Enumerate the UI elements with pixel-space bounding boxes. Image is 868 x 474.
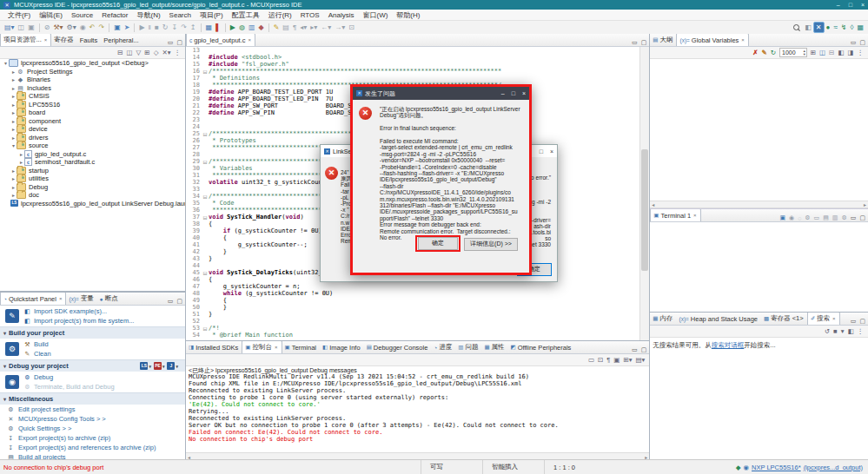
menu-item[interactable]: 编辑(E) xyxy=(35,10,67,20)
quickstart-link[interactable]: Import SDK example(s)... xyxy=(34,307,107,315)
tree-item[interactable]: ▸doc xyxy=(0,191,185,200)
save-all-icon[interactable]: ▣ xyxy=(26,22,36,33)
settings-icon[interactable]: ⚙ xyxy=(805,214,810,221)
console-tab[interactable]: ◨Installed SDKs xyxy=(186,341,242,353)
build-section-header[interactable]: ▾Build your project xyxy=(0,326,185,339)
install-perspective-icon[interactable]: ● xyxy=(825,22,832,33)
tree-item[interactable]: ▸▤Includes xyxy=(0,84,185,93)
terminal-tab[interactable]: ▣Terminal 1× xyxy=(650,209,700,221)
pin-icon[interactable]: ◆ xyxy=(257,22,266,33)
maximize-panel-icon[interactable]: ▢ xyxy=(641,346,647,353)
tree-item[interactable]: ▸⚙Project Settings xyxy=(0,68,185,76)
edit-expression-icon[interactable]: ✎ xyxy=(759,49,768,56)
tree-expand-icon[interactable]: ▸ xyxy=(10,93,17,99)
console-tab[interactable]: ▥问题 xyxy=(455,341,481,353)
tree-expand-icon[interactable]: ▸ xyxy=(10,118,17,124)
prev-result-icon[interactable]: ▾ xyxy=(839,327,846,335)
resume-icon[interactable]: ▶ xyxy=(137,22,146,33)
maximize-icon[interactable]: □ xyxy=(512,90,515,96)
minimize-panel-icon[interactable]: ▭ xyxy=(851,39,857,46)
suspend-icon[interactable]: ‖ xyxy=(147,22,153,33)
last-edit-icon[interactable]: ⊡ xyxy=(347,22,356,33)
editor-tab[interactable]: cgpio_led_output.c× xyxy=(186,34,255,46)
maximize-panel-icon[interactable]: ▢ xyxy=(641,39,647,46)
restart-icon[interactable]: ↻ xyxy=(161,22,170,33)
live-update-icon[interactable]: ◫ xyxy=(818,49,827,56)
menu-item[interactable]: Analysis xyxy=(324,11,359,19)
tree-item[interactable]: ▸cgpio_led_output.c xyxy=(0,150,185,159)
close-tab-icon[interactable]: × xyxy=(248,37,251,43)
filter-icon[interactable]: ▽ xyxy=(135,49,143,56)
quickstart-link[interactable]: MCUXpresso Config Tools > > xyxy=(18,415,106,423)
new-wizard-icon[interactable]: ▤▾ xyxy=(3,22,17,33)
disconnect-icon[interactable]: ◌ xyxy=(798,215,801,221)
minimize-panel-icon[interactable]: ▭ xyxy=(168,298,174,305)
collapse-section-icon[interactable]: ▾ xyxy=(3,363,6,369)
explorer-tab[interactable]: Faults xyxy=(77,34,101,46)
undo-icon[interactable]: ↶ xyxy=(88,22,97,33)
view-menu-icon[interactable]: ⋮ xyxy=(856,49,866,56)
select-tool-icon[interactable]: ➤ xyxy=(123,22,132,33)
fold-marker-icon[interactable]: ⊟ xyxy=(202,214,209,221)
view-menu-icon[interactable]: ⋮ xyxy=(856,327,866,335)
debug-config-icon[interactable]: ⚙▾ xyxy=(65,22,78,33)
jlink-debug-chip[interactable]: J▾ xyxy=(167,362,178,370)
tree-expand-icon[interactable]: ▸ xyxy=(18,151,24,157)
step-into-icon[interactable]: ↧ xyxy=(169,22,179,33)
chevron-down-icon[interactable]: ▾ xyxy=(162,364,165,369)
chevron-down-icon[interactable]: ▾ xyxy=(176,364,178,369)
menu-item[interactable]: 项目(P) xyxy=(195,10,228,20)
pemicro-debug-chip[interactable]: PE▾ xyxy=(154,362,165,370)
connect-icon[interactable]: ◉ xyxy=(789,214,794,221)
maximize-panel-icon[interactable]: ▢ xyxy=(859,318,865,325)
close-tab-icon[interactable]: × xyxy=(44,37,48,43)
tree-item[interactable]: ▸component xyxy=(0,117,185,126)
close-tab-icon[interactable]: × xyxy=(832,316,836,321)
menu-item[interactable]: 文件(F) xyxy=(3,10,35,20)
quickstart-link[interactable]: Debug xyxy=(34,373,53,381)
maximize-panel-icon[interactable]: ▢ xyxy=(176,298,182,305)
device-link[interactable]: NXP LPC55S16* xyxy=(752,464,801,471)
minimize-panel-icon[interactable]: ▭ xyxy=(632,39,638,46)
menu-item[interactable]: 运行(R) xyxy=(264,10,296,20)
tree-item[interactable]: LSlpcxpresso55s16_gpio_led_output LinkSe… xyxy=(0,200,185,208)
details-button[interactable]: 详细信息(D) >> xyxy=(464,238,518,251)
menu-item[interactable]: Search xyxy=(165,11,195,19)
minimize-icon[interactable]: – xyxy=(837,2,840,8)
profile-icon[interactable]: ▶ xyxy=(229,22,237,33)
quickstart-link[interactable]: Edit project settings xyxy=(18,405,75,413)
tree-expand-icon[interactable]: ▸ xyxy=(10,126,17,132)
editor-vertical-scrollbar[interactable] xyxy=(639,47,649,340)
quickstart-tab[interactable]: ◔Quickstart Panel× xyxy=(0,293,66,305)
maximize-icon[interactable]: □ xyxy=(540,148,543,155)
word-wrap-icon[interactable]: ¶ xyxy=(605,356,612,364)
collapse-section-icon[interactable]: ▾ xyxy=(3,396,6,402)
terminal-body[interactable] xyxy=(650,222,868,313)
tree-item[interactable]: ▸LPC55S16 xyxy=(0,101,185,109)
tree-item[interactable]: ▸Debug xyxy=(0,183,185,192)
explorer-tab[interactable]: Peripheral... xyxy=(101,34,142,46)
console-output[interactable]: <已终止> lpcxpresso55s16_gpio_led_output De… xyxy=(186,366,649,452)
scrollbar-thumb[interactable] xyxy=(641,149,648,271)
scroll-left-icon[interactable]: ◂ xyxy=(652,201,654,207)
close-icon[interactable]: × xyxy=(861,2,865,8)
forward-history-icon[interactable]: →▾ xyxy=(333,22,347,33)
scroll-right-icon[interactable]: ▸ xyxy=(864,201,866,207)
back-history-icon[interactable]: ←▾ xyxy=(319,22,333,33)
refresh-icon[interactable]: ↻ xyxy=(769,49,778,56)
tree-expand-icon[interactable]: ▸ xyxy=(10,168,17,174)
fold-marker-icon[interactable]: ⊟ xyxy=(202,194,209,200)
tree-expand-icon[interactable]: ▸ xyxy=(10,109,17,115)
paste-icon[interactable]: ▥ xyxy=(832,214,838,221)
tree-expand-icon[interactable]: ▸ xyxy=(10,175,17,181)
stop-search-icon[interactable]: ■ xyxy=(832,327,839,335)
minimize-panel-icon[interactable]: ▭ xyxy=(851,318,857,325)
open-new-icon[interactable]: ◨ xyxy=(845,49,855,56)
console-tab[interactable]: ▣Terminal xyxy=(282,341,321,353)
pin-search-icon[interactable]: ◧ xyxy=(845,327,855,335)
build-icon[interactable]: ⚒▾ xyxy=(51,22,64,33)
fold-marker-icon[interactable]: ⊟ xyxy=(202,326,209,332)
maximize-panel-icon[interactable]: ▢ xyxy=(176,39,182,46)
quickstart-link[interactable]: Clean xyxy=(34,350,51,358)
console-tab[interactable]: ▤Debugger Console xyxy=(364,341,432,353)
